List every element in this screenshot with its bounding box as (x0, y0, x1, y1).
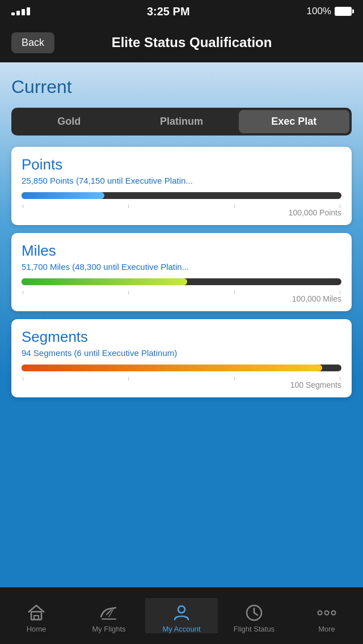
battery-area: 100% (307, 6, 352, 17)
page-title: Elite Status Qualification (66, 35, 318, 50)
tab-platinum[interactable]: Platinum (126, 110, 237, 133)
more-icon (316, 604, 337, 622)
tab-bar-more[interactable]: More (290, 598, 363, 633)
status-bar: 3:25 PM 100% (0, 0, 363, 23)
my-flights-label: My Flights (92, 625, 125, 633)
segments-subtitle: 94 Segments (6 until Executive Platinum) (22, 348, 341, 358)
svg-point-6 (318, 611, 322, 615)
svg-point-8 (332, 611, 336, 615)
account-icon (171, 604, 192, 622)
tab-bar: Home My Flights My Account (0, 587, 363, 644)
flight-status-label: Flight Status (234, 625, 275, 633)
home-label: Home (27, 625, 47, 633)
tab-gold[interactable]: Gold (14, 110, 124, 133)
miles-title: Miles (22, 242, 341, 260)
points-progress-fill (22, 192, 104, 199)
tab-bar-home[interactable]: Home (0, 598, 73, 633)
tab-bar-my-flights[interactable]: My Flights (73, 598, 145, 633)
battery-icon (335, 7, 352, 16)
miles-progress-track (22, 278, 341, 285)
tab-bar-my-account[interactable]: My Account (145, 598, 218, 633)
clock-icon (244, 604, 264, 622)
miles-max-label: 100,000 Miles (22, 294, 341, 303)
my-account-label: My Account (162, 625, 200, 633)
miles-subtitle: 51,700 Miles (48,300 until Executive Pla… (22, 262, 341, 272)
status-time: 3:25 PM (147, 5, 190, 18)
segments-progress-fill (22, 365, 322, 371)
back-button[interactable]: Back (11, 32, 54, 53)
more-label: More (318, 625, 335, 633)
flights-icon (99, 604, 119, 622)
segments-card: Segments 94 Segments (6 until Executive … (11, 319, 352, 397)
points-title: Points (22, 156, 341, 173)
battery-percent: 100% (307, 6, 331, 17)
miles-card: Miles 51,700 Miles (48,300 until Executi… (11, 233, 352, 311)
tab-bar-flight-status[interactable]: Flight Status (218, 598, 290, 633)
segments-progress-track (22, 365, 341, 371)
home-icon (26, 604, 47, 622)
main-content: Current Gold Platinum Exec Plat Points 2… (0, 62, 363, 587)
points-max-label: 100,000 Points (22, 208, 341, 217)
svg-point-7 (325, 611, 329, 615)
section-label: Current (11, 77, 352, 98)
tier-tabs: Gold Platinum Exec Plat (11, 108, 352, 135)
segments-max-label: 100 Segments (22, 380, 341, 389)
miles-progress-fill (22, 278, 187, 285)
nav-bar: Back Elite Status Qualification (0, 23, 363, 62)
points-progress-track (22, 192, 341, 199)
signal-indicator (11, 7, 30, 15)
segments-title: Segments (22, 328, 341, 346)
svg-line-5 (254, 613, 258, 615)
points-card: Points 25,850 Points (74,150 until Execu… (11, 147, 352, 225)
points-subtitle: 25,850 Points (74,150 until Executive Pl… (22, 176, 341, 185)
svg-point-2 (178, 606, 185, 613)
tab-exec-plat[interactable]: Exec Plat (239, 110, 349, 133)
